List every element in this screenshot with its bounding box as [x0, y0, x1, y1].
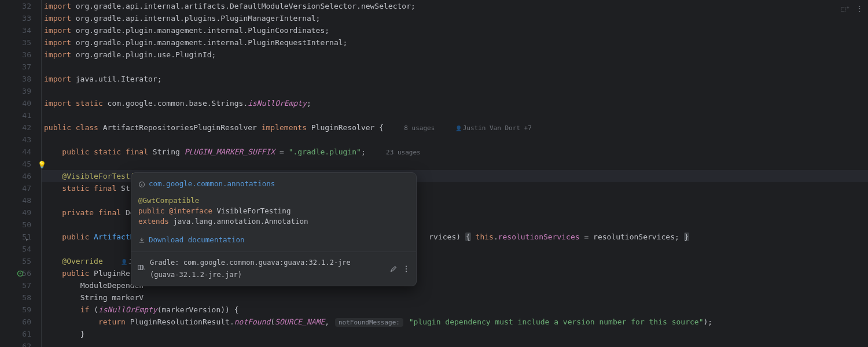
gutter-divider — [31, 0, 42, 347]
library-icon — [137, 263, 145, 275]
class-icon: c — [138, 180, 145, 187]
line-number: 45 — [15, 158, 31, 170]
code-editor[interactable]: 3233343536373839404142434445464748495051… — [0, 0, 868, 347]
code-line[interactable]: import static com.google.common.base.Str… — [44, 97, 868, 109]
svg-point-6 — [406, 268, 407, 270]
popup-footer-text: Gradle: com.google.common.guava:guava:32… — [150, 257, 380, 281]
svg-line-4 — [144, 265, 145, 270]
code-line[interactable]: import org.gradle.plugin.use.PluginId; — [44, 49, 868, 61]
usages-inlay[interactable]: 8 usages — [402, 124, 437, 132]
author-inlay[interactable]: Justin Van Dort +7 — [455, 124, 532, 132]
svg-point-5 — [406, 266, 407, 267]
line-number: 32 — [15, 0, 31, 12]
line-number: 35 — [15, 36, 31, 49]
code-line[interactable] — [44, 61, 868, 73]
popup-extends: extends java.lang.annotation.Annotation — [138, 216, 409, 227]
quick-doc-popup: c com.google.common.annotations @GwtComp… — [131, 172, 417, 286]
line-number: 49 — [15, 206, 31, 219]
code-line[interactable] — [44, 340, 868, 347]
more-button[interactable]: ⋮ — [856, 2, 863, 14]
line-number: 58 — [15, 291, 31, 304]
line-number: 50 — [15, 219, 31, 231]
svg-rect-2 — [138, 265, 141, 270]
editor-toolbar: ⬚⁺ ⋮ — [841, 2, 863, 14]
fold-arrow-icon[interactable]: ▸ — [25, 233, 29, 245]
code-line[interactable]: String markerV — [44, 291, 868, 304]
popup-declaration: public @interface VisibleForTesting — [138, 206, 409, 216]
line-number: 47 — [15, 182, 31, 194]
edit-icon[interactable] — [389, 264, 398, 274]
line-number: 39 — [15, 85, 31, 97]
code-line[interactable]: if (isNullOrEmpty(markerVersion)) { — [44, 304, 868, 316]
line-number: 43 — [15, 134, 31, 146]
code-line[interactable]: import org.gradle.plugin.management.inte… — [44, 36, 868, 49]
line-number: 46 — [15, 170, 31, 182]
code-line[interactable] — [44, 109, 868, 121]
line-number: 40 — [15, 97, 31, 109]
popup-annotation: @GwtCompatible — [138, 196, 199, 205]
line-number: 48 — [15, 194, 31, 206]
override-gutter-icon[interactable] — [17, 268, 24, 280]
code-line[interactable] — [44, 158, 868, 170]
popup-package-link[interactable]: c com.google.common.annotations — [138, 179, 275, 189]
code-line[interactable]: return PluginResolutionResult.notFound(S… — [44, 316, 868, 328]
line-number: 37 — [15, 61, 31, 73]
code-line[interactable]: import org.gradle.api.internal.artifacts… — [44, 0, 868, 12]
line-number: 60 — [15, 316, 31, 328]
line-number: 44 — [15, 146, 31, 158]
line-number: 38 — [15, 73, 31, 85]
code-line[interactable]: import org.gradle.plugin.management.inte… — [44, 24, 868, 36]
code-line[interactable]: import java.util.Iterator; — [44, 73, 868, 85]
usages-inlay[interactable]: 23 usages — [384, 149, 423, 156]
line-number: 36 — [15, 49, 31, 61]
line-number: 59 — [15, 304, 31, 316]
line-number-gutter: 3233343536373839404142434445464748495051… — [15, 0, 31, 347]
line-number: 62 — [15, 340, 31, 347]
code-line[interactable] — [44, 134, 868, 146]
line-number: 34 — [15, 24, 31, 36]
fold-column — [0, 0, 15, 347]
code-line[interactable]: } — [44, 328, 868, 340]
code-line[interactable]: public static final String PLUGIN_MARKER… — [44, 146, 868, 158]
line-number: 57 — [15, 279, 31, 291]
line-number: 55 — [15, 255, 31, 267]
code-line[interactable] — [44, 85, 868, 97]
popup-footer: Gradle: com.google.common.guava:guava:32… — [131, 252, 416, 286]
svg-rect-3 — [141, 265, 143, 270]
line-number: 41 — [15, 109, 31, 121]
code-line[interactable]: public class ArtifactRepositoriesPluginR… — [44, 121, 868, 134]
line-number: 42 — [15, 121, 31, 134]
line-number: 61 — [15, 328, 31, 340]
code-line[interactable]: import org.gradle.api.internal.plugins.P… — [44, 12, 868, 24]
more-icon[interactable] — [402, 264, 410, 274]
svg-text:c: c — [141, 182, 143, 186]
download-icon — [138, 237, 145, 243]
download-doc-link[interactable]: Download documentation — [138, 235, 245, 245]
line-number: 33 — [15, 12, 31, 24]
ai-button[interactable]: ⬚⁺ — [841, 2, 850, 14]
svg-point-7 — [406, 271, 407, 272]
